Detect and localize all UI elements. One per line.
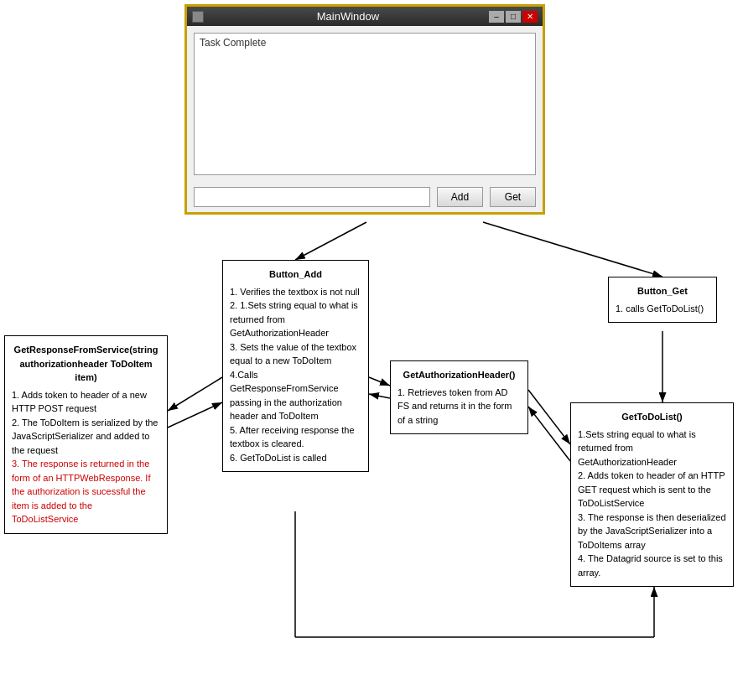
step-2: 2. 1.Sets string equal to what is return… xyxy=(230,298,361,340)
window-footer: Add Get xyxy=(187,182,543,212)
window-controls: – □ ✕ xyxy=(489,11,538,23)
main-window: MainWindow – □ ✕ Task Complete Add Get xyxy=(184,4,545,215)
button-get-title: Button_Get xyxy=(616,284,709,298)
svg-line-6 xyxy=(168,377,222,411)
auth-step-1: 1. Retrieves token from AD FS and return… xyxy=(397,386,521,428)
window-title: MainWindow xyxy=(207,10,489,23)
step-4: 4.Calls GetResponseFromService passing i… xyxy=(230,368,361,423)
get-auth-box: GetAuthorizationHeader() 1. Retrieves to… xyxy=(390,360,528,434)
get-button[interactable]: Get xyxy=(490,187,536,207)
svg-line-4 xyxy=(369,377,390,386)
button-get-box: Button_Get 1. calls GetToDoList() xyxy=(608,277,717,323)
todo-step-4: 4. The Datagrid source is set to this ar… xyxy=(578,552,726,579)
get-step-1: 1. calls GetToDoList() xyxy=(616,302,709,316)
get-todolist-title: GetToDoList() xyxy=(578,410,726,424)
window-body: Task Complete xyxy=(187,26,543,182)
task-textbox[interactable]: Task Complete xyxy=(194,33,536,175)
window-icon xyxy=(192,11,204,23)
get-todolist-box: GetToDoList() 1.Sets string equal to wha… xyxy=(570,402,734,587)
step-5: 5. After receiving response the textbox … xyxy=(230,423,361,451)
svg-line-2 xyxy=(295,222,366,260)
todo-step-3: 3. The response is then deserialized by … xyxy=(578,511,726,552)
get-auth-title: GetAuthorizationHeader() xyxy=(397,368,521,382)
step-6: 6. GetToDoList is called xyxy=(230,451,361,465)
button-add-title: Button_Add xyxy=(230,267,361,282)
svg-line-10 xyxy=(528,407,570,461)
resp-step-2: 2. The ToDoItem is serialized by the Jav… xyxy=(12,416,160,458)
button-add-box: Button_Add 1. Verifies the textbox is no… xyxy=(222,260,369,472)
todo-step-2: 2. Adds token to header of an HTTP GET r… xyxy=(578,469,726,511)
resp-step-1: 1. Adds token to header of a new HTTP PO… xyxy=(12,388,160,416)
step-3: 3. Sets the value of the textbox equal t… xyxy=(230,340,361,368)
window-titlebar: MainWindow – □ ✕ xyxy=(187,7,543,26)
task-text: Task Complete xyxy=(200,37,266,49)
get-todolist-content: 1.Sets string equal to what is returned … xyxy=(578,428,726,580)
close-button[interactable]: ✕ xyxy=(522,11,538,23)
get-response-content: 1. Adds token to header of a new HTTP PO… xyxy=(12,388,160,526)
minimize-button[interactable]: – xyxy=(489,11,504,23)
get-auth-content: 1. Retrieves token from AD FS and return… xyxy=(397,386,521,428)
resp-step-3: 3. The response is returned in the form … xyxy=(12,457,160,526)
svg-line-7 xyxy=(168,402,222,428)
button-add-content: 1. Verifies the textbox is not null 2. 1… xyxy=(230,285,361,465)
button-get-content: 1. calls GetToDoList() xyxy=(616,302,709,316)
svg-line-5 xyxy=(369,394,390,398)
todo-step-1: 1.Sets string equal to what is returned … xyxy=(578,428,726,469)
item-input[interactable] xyxy=(194,187,430,207)
add-button[interactable]: Add xyxy=(437,187,483,207)
maximize-button[interactable]: □ xyxy=(506,11,521,23)
get-response-box: GetResponseFromService(string authorizat… xyxy=(4,335,168,534)
svg-line-3 xyxy=(483,222,662,277)
step-1: 1. Verifies the textbox is not null xyxy=(230,285,361,299)
get-response-title: GetResponseFromService(string authorizat… xyxy=(12,343,160,385)
svg-line-9 xyxy=(528,390,570,444)
